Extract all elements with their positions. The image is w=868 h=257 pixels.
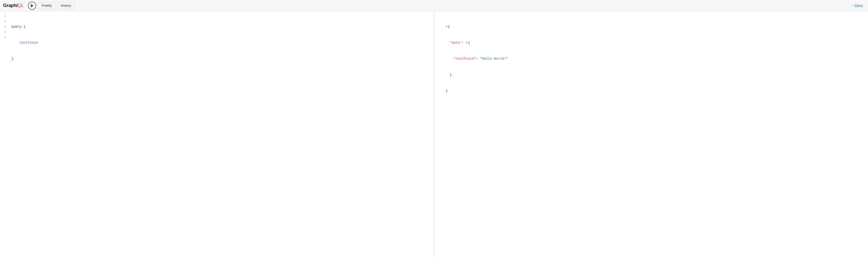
line-number: 5 <box>3 35 6 40</box>
chevron-left-icon: ‹ <box>852 4 854 7</box>
line-number: 4 <box>3 29 6 35</box>
line-number: 3 <box>3 24 6 30</box>
query-code[interactable]: query { testField } <box>9 13 434 255</box>
result-line-5: } <box>445 88 866 94</box>
json-close-brace: } <box>445 88 448 94</box>
collapse-data-icon[interactable]: ▼ <box>466 41 468 45</box>
brace-close-token: } <box>11 56 13 62</box>
line-number: 2 <box>3 19 6 24</box>
logo-graphi: Graphi <box>3 3 18 8</box>
line-number <box>437 35 440 40</box>
result-line-3: "testField" : "Hello World!" <box>445 56 866 62</box>
code-line-3: } <box>11 56 432 62</box>
json-colon-2: : <box>476 56 480 62</box>
docs-button[interactable]: ‹ Docs <box>850 3 865 9</box>
indent-2b <box>445 73 450 78</box>
play-icon <box>31 4 34 7</box>
line-number <box>437 29 440 35</box>
indent-2 <box>445 40 450 46</box>
toolbar: GraphiQL Prettify History ‹ Docs <box>0 0 868 11</box>
line-numbers: 1 2 3 4 5 <box>0 13 9 255</box>
result-code: ▼ { "data" : ▼ { "testField" : <box>443 13 868 255</box>
keyword-token: query <box>11 24 22 30</box>
indent-space <box>11 40 20 46</box>
code-line-2: testField <box>11 40 432 46</box>
result-pane: ▼ { "data" : ▼ { "testField" : <box>434 11 868 257</box>
docs-label: Docs <box>855 4 863 8</box>
line-number <box>437 40 440 46</box>
result-line-4: } <box>445 73 866 78</box>
code-line-1: query { <box>11 24 432 30</box>
history-button[interactable]: History <box>57 2 74 9</box>
collapse-arrow-icon[interactable]: ▼ <box>445 25 447 29</box>
result-display: ▼ { "data" : ▼ { "testField" : <box>434 11 868 257</box>
run-button[interactable] <box>28 2 36 10</box>
editor-pane[interactable]: 1 2 3 4 5 query { testField } <box>0 11 434 257</box>
app: GraphiQL Prettify History ‹ Docs 1 2 3 4… <box>0 0 868 257</box>
json-field-value: "Hello World!" <box>480 56 508 62</box>
field-token: testField <box>20 40 37 46</box>
result-line-numbers <box>434 13 443 255</box>
result-line-1: ▼ { <box>445 24 866 30</box>
prettify-button[interactable]: Prettify <box>38 2 55 9</box>
json-data-key: "data" <box>450 40 462 46</box>
indent-4 <box>445 56 454 62</box>
code-line-4 <box>11 73 432 78</box>
logo: GraphiQL <box>3 3 24 8</box>
json-data-close: } <box>450 73 452 78</box>
line-number: 1 <box>3 13 6 19</box>
json-open-brace: { <box>448 24 450 30</box>
query-editor[interactable]: 1 2 3 4 5 query { testField } <box>0 11 434 257</box>
line-number <box>437 46 440 51</box>
brace-token: { <box>22 24 26 30</box>
line-number <box>437 24 440 30</box>
json-data-open: { <box>468 40 470 46</box>
result-line-2: "data" : ▼ { <box>445 40 866 46</box>
json-colon: : <box>462 40 466 46</box>
json-field-key: "testField" <box>454 56 476 62</box>
main-area: 1 2 3 4 5 query { testField } <box>0 11 868 257</box>
code-line-5 <box>11 88 432 94</box>
line-number <box>437 19 440 24</box>
logo-ql: QL <box>18 3 24 8</box>
line-number <box>437 13 440 19</box>
